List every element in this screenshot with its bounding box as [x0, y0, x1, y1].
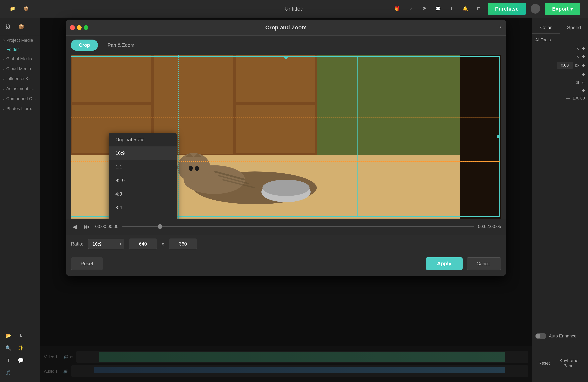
sidebar-item-adjustment[interactable]: › Adjustment L...: [0, 84, 40, 94]
subtitle-icon[interactable]: 💬: [16, 355, 26, 366]
footer-right-buttons: Apply Cancel: [426, 257, 501, 270]
svg-rect-23: [460, 55, 501, 219]
dropdown-item-21-9[interactable]: 21:9: [109, 214, 177, 219]
step-back-button[interactable]: ⏮: [83, 222, 91, 231]
dialog-title: Crop and Zoom: [265, 24, 307, 31]
ai-tools-label: AI Tools: [535, 37, 551, 42]
sidebar-label-influence: Influence Kit: [6, 76, 30, 81]
sidebar-item-cloud-media[interactable]: › Cloud Media: [0, 64, 40, 74]
top-bar: 📁 📦 Untitled 🎁 ↗ ⚙ 💬 ⬆ 🔔 ⊞ Purchase Expo…: [0, 0, 588, 18]
rewind-button[interactable]: ◀: [71, 222, 78, 231]
toggle-knob: [536, 334, 540, 339]
ratio-label: Ratio:: [71, 241, 84, 247]
sidebar-label-adjustment: Adjustment L...: [6, 86, 36, 91]
chevron-right-icon-4: ›: [3, 76, 5, 81]
width-input[interactable]: [129, 239, 157, 249]
folder-add-icon[interactable]: 📂: [3, 330, 14, 341]
ai-tools-row: AI Tools ›: [532, 37, 588, 42]
sidebar-label-global: Global Media: [6, 56, 32, 61]
gift-icon[interactable]: 🎁: [393, 4, 402, 13]
sidebar-label-photos: Photos Libra...: [6, 106, 35, 111]
video-preview-area: Original Ratio 16:9 1:1 9:16 4:3 3:4 21:…: [71, 55, 501, 219]
crop-transform-icon[interactable]: ⊡: [576, 80, 579, 85]
stock-tab-icon[interactable]: 📦: [16, 21, 26, 32]
dropdown-item-original-ratio[interactable]: Original Ratio: [109, 133, 177, 146]
tab-crop[interactable]: Crop: [71, 39, 98, 51]
tab-color[interactable]: Color: [532, 21, 560, 34]
dialog-overlay: Crop and Zoom ? Crop Pan & Zoom: [40, 18, 532, 382]
help-icon[interactable]: ?: [499, 25, 501, 30]
percent-row-2: % ◆: [532, 54, 588, 58]
import-icon[interactable]: ⬇: [16, 330, 26, 341]
stock-icon[interactable]: 📦: [21, 4, 30, 13]
diamond-icon-3: ◆: [582, 63, 585, 68]
sidebar-item-photos[interactable]: › Photos Libra...: [0, 104, 40, 114]
left-sidebar: 🖼 📦 › Project Media Folder › Global Medi…: [0, 18, 40, 382]
playback-controls: ◀ ⏮ 00:00:00.00 00:02:00:05: [66, 219, 506, 234]
bell-icon[interactable]: 🔔: [461, 4, 470, 13]
svg-rect-7: [236, 55, 315, 102]
reset-button[interactable]: Reset: [71, 258, 103, 270]
dropdown-item-4-3[interactable]: 4:3: [109, 187, 177, 201]
right-icons-row: ◆: [532, 72, 588, 77]
media-tab-icon[interactable]: 🖼: [3, 21, 14, 32]
settings-icon[interactable]: ⚙: [420, 4, 429, 13]
tab-pan-zoom[interactable]: Pan & Zoom: [100, 39, 142, 51]
grid-icon[interactable]: ⊞: [474, 4, 483, 13]
top-bar-left-icons: 📁 📦: [8, 4, 30, 13]
svg-point-13: [177, 153, 210, 182]
dropdown-item-16-9[interactable]: 16:9: [109, 146, 177, 160]
media-icon[interactable]: 📁: [8, 4, 17, 13]
keyframe-panel-button[interactable]: Keyframe Panel: [553, 356, 585, 370]
chevron-right-icon-3: ›: [3, 66, 5, 71]
minimize-button[interactable]: [77, 25, 82, 30]
playhead[interactable]: [158, 224, 162, 229]
sidebar-item-global-media[interactable]: › Global Media: [0, 54, 40, 64]
effects-icon[interactable]: ✨: [16, 343, 26, 353]
close-button[interactable]: [70, 25, 75, 30]
dialog-tabs: Crop Pan & Zoom: [66, 36, 506, 51]
diamond-icon-2: ◆: [582, 54, 585, 58]
x-separator: x: [162, 241, 164, 247]
text-icon[interactable]: T: [3, 355, 14, 366]
maximize-button[interactable]: [84, 25, 88, 30]
apply-button[interactable]: Apply: [426, 257, 462, 270]
sidebar-item-project-media[interactable]: › Project Media: [0, 35, 40, 45]
timeline-scrubber[interactable]: [122, 226, 474, 227]
svg-point-19: [262, 180, 310, 196]
avatar[interactable]: [531, 4, 540, 14]
bottom-panel-row: Reset Keyframe Panel: [532, 356, 588, 370]
cancel-button[interactable]: Cancel: [467, 257, 501, 270]
tab-speed[interactable]: Speed: [560, 21, 588, 34]
auto-enhance-toggle[interactable]: [535, 333, 546, 339]
sidebar-item-compound[interactable]: › Compound C...: [0, 94, 40, 104]
reset-panel-button[interactable]: Reset: [535, 356, 553, 370]
dropdown-item-9-16[interactable]: 9:16: [109, 174, 177, 187]
px-input[interactable]: [557, 62, 573, 69]
sidebar-bottom-icons: 📂 ⬇ 🔍 ✨ T 💬 🎵: [0, 330, 40, 378]
percent-label-1: %: [576, 46, 579, 51]
audio-icon[interactable]: 🎵: [3, 368, 14, 378]
px-row: px ◆: [532, 62, 588, 69]
purchase-button[interactable]: Purchase: [488, 3, 526, 15]
export-button[interactable]: Export ▾: [545, 3, 580, 15]
share-icon[interactable]: ↗: [406, 4, 415, 13]
volume-minus-icon[interactable]: —: [566, 96, 570, 100]
dialog-titlebar: Crop and Zoom ?: [66, 19, 506, 36]
dropdown-item-1-1[interactable]: 1:1: [109, 160, 177, 174]
crop-zoom-dialog: Crop and Zoom ? Crop Pan & Zoom: [66, 19, 506, 276]
volume-row: — 100.00: [532, 96, 588, 100]
sidebar-folder[interactable]: Folder: [0, 45, 40, 54]
chevron-right-icon: ›: [3, 38, 5, 43]
flip-icon[interactable]: ⇄: [581, 80, 585, 85]
chevron-right-icon-7: ›: [3, 106, 5, 111]
ratio-select[interactable]: 16:9: [88, 239, 124, 249]
height-input[interactable]: [169, 239, 197, 249]
px-label: px: [575, 63, 579, 68]
sidebar-item-influence-kit[interactable]: › Influence Kit: [0, 74, 40, 84]
percent-label-2: %: [576, 54, 579, 58]
chat-icon[interactable]: 💬: [434, 4, 442, 13]
zoom-out-icon[interactable]: 🔍: [3, 343, 14, 353]
dropdown-item-3-4[interactable]: 3:4: [109, 201, 177, 214]
upload-icon[interactable]: ⬆: [447, 4, 456, 13]
